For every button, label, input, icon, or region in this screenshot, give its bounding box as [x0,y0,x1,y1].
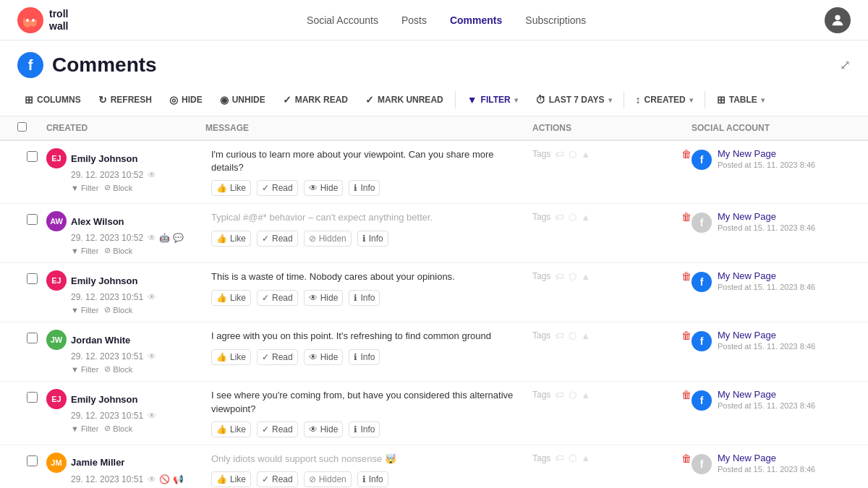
delete-icon[interactable]: 🗑 [681,148,692,160]
expand-icon[interactable]: ⤢ [840,57,851,73]
tag-icon-1[interactable]: 🏷 [555,212,564,223]
filter-tag[interactable]: ▼ Filter [71,305,98,314]
tag-icon-2[interactable]: ⬡ [569,271,576,282]
refresh-button[interactable]: ↻ REFRESH [91,90,159,110]
mark-read-button[interactable]: ✓ MARK READ [276,90,355,110]
read-button[interactable]: ✓ Read [257,421,298,437]
created-sort-button[interactable]: ↕ CREATED ▾ [629,90,700,110]
tag-icon-3[interactable]: ▲ [581,149,590,160]
mark-unread-button[interactable]: ✓ MARK UNREAD [358,90,451,110]
view-icon[interactable]: 👁 [148,292,156,302]
columns-button[interactable]: ⊞ COLUMNS [17,90,88,110]
table-view-button[interactable]: ⊞ TABLE ▾ [710,90,772,110]
social-page-name[interactable]: My New Page [718,148,815,159]
nav-posts[interactable]: Posts [401,14,427,26]
hide-button[interactable]: ◎ HIDE [162,90,210,110]
delete-icon[interactable]: 🗑 [681,330,692,341]
date-row: 29. 12. 2023 10:51 👁 🚫📢 [46,474,205,484]
message-text: Only idiots would support such nonsense … [211,453,527,466]
filter-block: ▼ Filter ⊘ Block [46,183,205,192]
block-tag[interactable]: ⊘ Block [104,183,132,192]
view-icon[interactable]: 👁 [148,474,156,484]
delete-icon[interactable]: 🗑 [681,389,692,401]
filter-tag[interactable]: ▼ Filter [71,246,98,255]
tag-icon-1[interactable]: 🏷 [555,271,564,282]
social-page-name[interactable]: My New Page [718,211,815,222]
like-button[interactable]: 👍 Like [211,231,251,247]
like-button[interactable]: 👍 Like [211,290,251,306]
hidden-button[interactable]: ⊘ Hidden [304,471,352,487]
tag-icon-1[interactable]: 🏷 [555,149,564,160]
filter-tag[interactable]: ▼ Filter [71,183,98,192]
row-checkbox[interactable] [27,214,38,225]
hide-row-button[interactable]: 👁 Hide [304,421,344,437]
social-page-name[interactable]: My New Page [718,330,815,341]
social-page-name[interactable]: My New Page [718,453,815,463]
tag-icon-2[interactable]: ⬡ [569,330,576,341]
social-page-name[interactable]: My New Page [718,270,815,281]
filter-tag[interactable]: ▼ Filter [71,424,98,433]
nav-subscriptions[interactable]: Subscriptions [525,14,586,26]
hide-row-button[interactable]: 👁 Hide [304,349,344,365]
info-button[interactable]: ℹ Info [349,290,380,306]
tag-icon-3[interactable]: ▲ [581,212,590,223]
delete-icon[interactable]: 🗑 [681,211,692,223]
tag-icon-3[interactable]: ▲ [581,330,590,341]
row-checkbox[interactable] [27,455,38,466]
like-button[interactable]: 👍 Like [211,471,251,487]
nav-social-accounts[interactable]: Social Accounts [307,14,378,26]
view-icon[interactable]: 👁 [148,351,156,361]
social-page-name[interactable]: My New Page [718,389,815,400]
read-button[interactable]: ✓ Read [257,349,298,365]
unhide-button[interactable]: ◉ UNHIDE [213,90,273,110]
like-button[interactable]: 👍 Like [211,349,251,365]
tag-icon-1[interactable]: 🏷 [555,453,564,463]
row-checkbox[interactable] [27,273,38,284]
info-button[interactable]: ℹ Info [357,231,388,247]
tag-icon-2[interactable]: ⬡ [569,149,576,160]
hide-row-button[interactable]: 👁 Hide [304,290,344,306]
read-button[interactable]: ✓ Read [257,471,298,487]
tag-icon-3[interactable]: ▲ [581,453,590,463]
filter-button[interactable]: ▼ FILTER ▾ [460,90,525,110]
delete-icon[interactable]: 🗑 [681,453,692,464]
info-button[interactable]: ℹ Info [349,421,380,437]
tag-icon-3[interactable]: ▲ [581,390,590,401]
like-button[interactable]: 👍 Like [211,180,251,196]
view-icon[interactable]: 👁 [148,411,156,421]
tag-icon-2[interactable]: ⬡ [569,212,576,223]
info-button[interactable]: ℹ Info [349,180,380,196]
read-button[interactable]: ✓ Read [257,290,298,306]
block-tag[interactable]: ⊘ Block [104,305,132,314]
social-col: f My New Page Posted at 15. 11. 2023 8:4… [692,148,851,170]
delete-icon[interactable]: 🗑 [681,270,692,282]
user-avatar[interactable] [825,7,851,33]
block-tag[interactable]: ⊘ Block [104,424,132,433]
tag-icon-2[interactable]: ⬡ [569,390,576,401]
last7days-button[interactable]: ⏱ LAST 7 DAYS ▾ [528,90,619,110]
view-icon[interactable]: 👁 [148,170,156,180]
like-button[interactable]: 👍 Like [211,421,251,437]
read-button[interactable]: ✓ Read [257,231,298,247]
tag-icon-3[interactable]: ▲ [581,271,590,282]
user-avatar-icon: EJ [46,270,67,291]
block-tag[interactable]: ⊘ Block [104,246,132,255]
info-button[interactable]: ℹ Info [349,349,380,365]
row-checkbox[interactable] [27,151,38,162]
table-row: JW Jordan White 29. 12. 2023 10:51 👁 ▼ F… [0,322,868,382]
nav-comments[interactable]: Comments [450,14,502,26]
read-button[interactable]: ✓ Read [257,180,298,196]
select-all-checkbox[interactable] [17,122,27,132]
info-button[interactable]: ℹ Info [357,471,388,487]
tag-icon-1[interactable]: 🏷 [555,390,564,401]
tag-icon-2[interactable]: ⬡ [569,453,576,463]
hide-row-button[interactable]: 👁 Hide [304,180,344,196]
block-tag[interactable]: ⊘ Block [104,364,132,374]
tag-icon-1[interactable]: 🏷 [555,330,564,341]
hidden-button[interactable]: ⊘ Hidden [304,231,352,247]
filter-tag[interactable]: ▼ Filter [71,364,98,374]
row-checkbox[interactable] [27,392,38,403]
block-tag-icon: ⊘ [104,364,111,374]
row-checkbox[interactable] [27,333,38,343]
view-icon[interactable]: 👁 [148,233,156,243]
